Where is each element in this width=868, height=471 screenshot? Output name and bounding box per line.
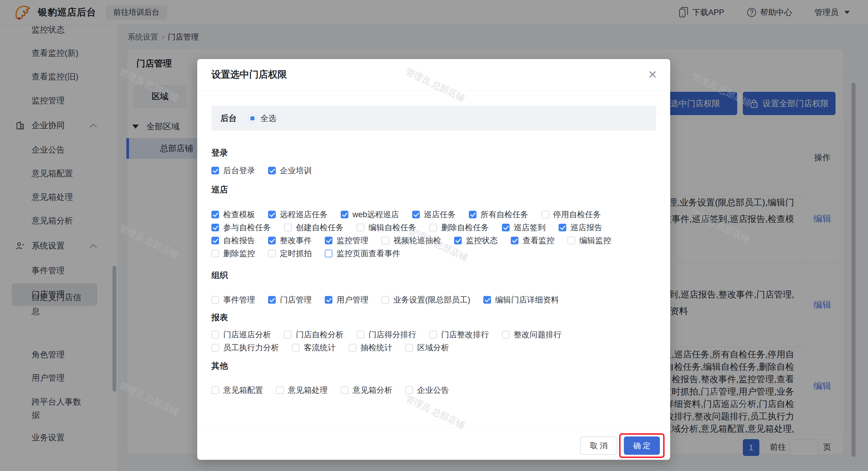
checkbox-box <box>268 167 276 175</box>
permission-checkbox[interactable]: 用户管理 <box>325 294 368 305</box>
select-all-label: 全选 <box>260 113 276 124</box>
permission-checkbox[interactable]: 意见箱处理 <box>276 385 328 396</box>
checkbox-box <box>349 344 356 351</box>
permission-checkbox[interactable]: 巡店签到 <box>502 222 546 233</box>
checkbox-box <box>341 386 348 394</box>
checkbox-box <box>356 224 364 231</box>
permission-checkbox[interactable]: 员工执行力分析 <box>211 342 279 353</box>
section-label-login: 登录 <box>211 148 656 158</box>
permission-checkbox[interactable]: 检查模板 <box>211 209 255 220</box>
checkbox-box <box>211 296 219 304</box>
modal-footer-divider <box>197 427 670 428</box>
close-icon[interactable]: ✕ <box>648 69 657 80</box>
checkbox-box <box>567 237 575 244</box>
checkbox-box <box>469 211 476 218</box>
permission-checkbox[interactable]: 巡店报告 <box>559 222 602 233</box>
permission-checkbox[interactable]: 所有自检任务 <box>469 209 528 220</box>
checkbox-box <box>276 386 284 394</box>
checkbox-box <box>325 237 333 244</box>
permission-checkbox[interactable]: 定时抓拍 <box>268 248 312 259</box>
permission-checkbox[interactable]: 后台登录 <box>211 165 255 176</box>
permission-checkbox[interactable]: 视频轮巡抽检 <box>381 235 441 246</box>
permission-checkbox[interactable]: 客流统计 <box>292 342 336 353</box>
permission-checkbox[interactable]: 意见箱配置 <box>211 385 263 396</box>
permission-checkbox[interactable]: 业务设置(限总部员工) <box>381 294 470 305</box>
confirm-button[interactable]: 确 定 <box>624 437 660 455</box>
permission-checkbox[interactable]: 编辑门店详细资料 <box>483 294 559 305</box>
checkbox-box <box>211 167 219 175</box>
checkbox-box <box>405 344 413 351</box>
checkbox-box <box>211 224 219 231</box>
checkbox-box <box>211 237 219 244</box>
permission-checkbox[interactable]: 监控状态 <box>454 235 498 246</box>
checkbox-row: 删除监控 定时抓拍 监控页面查看事件 <box>211 247 656 260</box>
permission-checkbox[interactable]: 巡店任务 <box>412 209 456 220</box>
permissions-modal: 设置选中门店权限 ✕ 后台 全选 登录 后台登录 企业培训 巡店 检查模板 远程… <box>197 59 670 460</box>
permission-checkbox[interactable]: 抽检统计 <box>349 342 392 353</box>
permission-checkbox[interactable]: 事件管理 <box>211 294 255 305</box>
checkbox-box <box>292 344 300 351</box>
checkbox-box <box>381 296 389 304</box>
permission-checkbox[interactable]: 停用自检任务 <box>541 209 601 220</box>
permission-checkbox[interactable]: 门店得分排行 <box>356 329 416 340</box>
permission-checkbox[interactable]: 删除自检任务 <box>429 222 489 233</box>
checkbox-row: 后台登录 企业培训 <box>211 164 656 177</box>
checkbox-box <box>268 250 276 257</box>
checkbox-row: 员工执行力分析 客流统计 抽检统计 区域分析 <box>211 341 656 354</box>
permission-checkbox[interactable]: 整改问题排行 <box>502 329 562 340</box>
permission-checkbox[interactable]: 查看监控 <box>511 235 554 246</box>
permission-checkbox[interactable]: 监控管理 <box>325 235 368 246</box>
checkbox-row: 事件管理 门店管理 用户管理 业务设置(限总部员工) 编辑门店详细资料 <box>211 293 656 306</box>
section-label-reports: 报表 <box>211 312 656 323</box>
checkbox-box <box>483 296 491 304</box>
checkbox-box <box>412 211 420 218</box>
permission-checkbox[interactable]: 区域分析 <box>405 342 449 353</box>
permission-checkbox[interactable]: 自检报告 <box>211 235 255 246</box>
permission-checkbox[interactable]: 创建自检任务 <box>284 222 344 233</box>
checkbox-row: 意见箱配置 意见箱处理 意见箱分析 企业公告 <box>211 384 656 397</box>
checkbox-box <box>502 224 509 231</box>
permission-checkbox[interactable]: 删除监控 <box>211 248 255 259</box>
checkbox-box <box>211 331 219 339</box>
checkbox-box <box>405 386 413 394</box>
checkbox-box <box>268 237 276 244</box>
permission-checkbox[interactable]: 编辑自检任务 <box>356 222 416 233</box>
backend-select-all-band: 后台 全选 <box>211 106 656 131</box>
checkbox-box <box>211 250 219 257</box>
permission-checkbox-focused[interactable]: 监控页面查看事件 <box>325 248 400 259</box>
permission-checkbox[interactable]: 门店巡店分析 <box>211 329 271 340</box>
permission-checkbox[interactable]: 门店管理 <box>268 294 312 305</box>
group-label: 后台 <box>220 113 237 124</box>
checkbox-box <box>268 211 276 218</box>
checkbox-box <box>284 331 292 339</box>
section-label-other: 其他 <box>211 360 656 371</box>
modal-title: 设置选中门店权限 <box>211 68 287 81</box>
checkbox-box <box>559 224 566 231</box>
permission-checkbox[interactable]: 门店整改排行 <box>429 329 489 340</box>
checkbox-row: 自检报告 整改事件 监控管理 视频轮巡抽检 监控状态 查看监控 编辑监控 <box>211 234 656 247</box>
checkbox-box <box>325 296 333 304</box>
permission-checkbox[interactable]: 意见箱分析 <box>341 385 392 396</box>
section-label-inspection: 巡店 <box>211 184 656 195</box>
checkbox-box <box>341 211 348 218</box>
checkbox-box <box>429 224 437 231</box>
checkbox-box <box>429 331 437 339</box>
checkbox-box <box>356 331 364 339</box>
checkbox-box <box>249 115 256 122</box>
permission-checkbox[interactable]: web远程巡店 <box>341 209 399 220</box>
permission-checkbox[interactable]: 门店自检分析 <box>284 329 344 340</box>
cancel-button[interactable]: 取 消 <box>580 437 617 455</box>
select-all-checkbox[interactable]: 全选 <box>249 113 276 124</box>
checkbox-box <box>325 250 333 257</box>
permission-checkbox[interactable]: 企业公告 <box>405 385 449 396</box>
permission-checkbox[interactable]: 远程巡店任务 <box>268 209 328 220</box>
checkbox-row: 检查模板 远程巡店任务 web远程巡店 巡店任务 所有自检任务 停用自检任务 <box>211 208 656 221</box>
permission-checkbox[interactable]: 编辑监控 <box>567 235 611 246</box>
permission-checkbox[interactable]: 整改事件 <box>268 235 312 246</box>
checkbox-box <box>454 237 462 244</box>
permission-checkbox[interactable]: 企业培训 <box>268 165 312 176</box>
checkbox-box <box>511 237 519 244</box>
permission-checkbox[interactable]: 参与自检任务 <box>211 222 271 233</box>
checkbox-box <box>211 386 219 394</box>
checkbox-row: 门店巡店分析 门店自检分析 门店得分排行 门店整改排行 整改问题排行 <box>211 328 656 341</box>
